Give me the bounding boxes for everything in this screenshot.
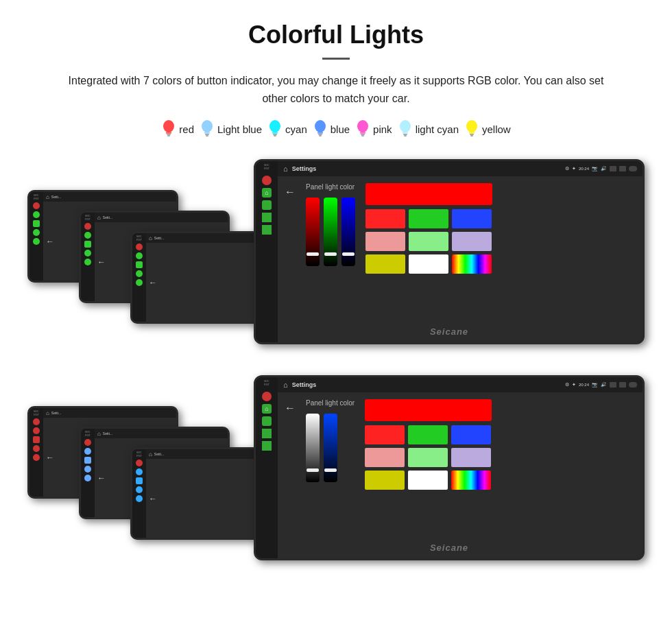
icon-vol-b1 [33, 445, 40, 452]
full-topbar-bottom: ⌂ Settings ⚙ ✦ 20:24 📷 🔊 [278, 377, 643, 392]
icon-back-b3 [136, 477, 143, 484]
icon-vol-down [33, 238, 40, 245]
icon-b2 [619, 382, 626, 388]
screens-section: M/CRST ⌂ Setti... ← [0, 159, 672, 595]
svg-point-20 [400, 120, 411, 132]
topbar-title-b2: Setti... [103, 431, 112, 436]
icon-home-b2 [84, 448, 91, 455]
sidebar-b1: M/CRST [29, 408, 43, 497]
topbar-time-top: 20:24 [579, 167, 589, 171]
icon-home-2 [84, 232, 91, 239]
icon-vol-down-2 [84, 259, 91, 265]
icon-power-b2 [84, 439, 91, 446]
icon-power-b3 [136, 460, 143, 466]
large-swatch-red-b [365, 399, 492, 421]
full-sidebar-top: M/CRST ⌂ [256, 161, 278, 342]
svg-rect-14 [318, 134, 322, 135]
icon-vol-up [33, 229, 40, 236]
svg-rect-10 [273, 134, 277, 135]
swatch-r3c3 [452, 254, 492, 274]
color-label-yellow: yellow [482, 123, 511, 135]
thumb-green-top [324, 252, 337, 256]
full-sidebar-bottom: M/CRST ⌂ [256, 377, 278, 558]
slider-group-bottom [306, 414, 355, 482]
icon-home-b1 [33, 427, 40, 434]
thumb-blue-top [342, 252, 355, 256]
swatch-br2c3 [451, 448, 491, 467]
svg-rect-5 [204, 132, 210, 134]
swatch-br3c2 [408, 471, 448, 490]
svg-point-4 [202, 120, 213, 132]
swatch-br3c3 [451, 471, 491, 490]
icon-3 [629, 166, 637, 171]
swatch-r1c2 [409, 209, 448, 228]
thumb-red-top [307, 252, 319, 256]
bulb-icon-cyan [267, 119, 283, 139]
swatch-r2c3 [452, 232, 492, 251]
icon-back-b2 [84, 457, 91, 464]
icon-vol-down-3 [136, 279, 143, 286]
icon-vol-b3 [136, 486, 143, 493]
swatch-r2c2 [409, 232, 448, 251]
topbar-s1: ⌂ Setti... [43, 192, 176, 202]
slider-white-bottom [306, 414, 320, 482]
color-grid-bottom [365, 399, 492, 490]
swatch-br1c2 [408, 425, 448, 444]
power-btn [262, 176, 272, 185]
large-swatch-red [365, 183, 492, 205]
svg-rect-27 [470, 135, 473, 136]
icon-back-3 [136, 261, 143, 268]
slider-green-top [324, 198, 337, 266]
topbar-s2: ⌂ Setti... [95, 213, 228, 222]
svg-point-24 [466, 120, 477, 132]
svg-rect-2 [167, 134, 171, 135]
back-btn-sidebar [262, 200, 272, 210]
icon-power-b1 [33, 418, 40, 425]
svg-point-12 [315, 120, 326, 132]
settings-title-top: Settings [292, 165, 317, 172]
swatch-r1c3 [452, 209, 492, 228]
main-device-bottom: M/CRST ⌂ ⌂ Settings [254, 375, 645, 560]
svg-rect-6 [205, 134, 209, 135]
swatch-br2c1 [365, 448, 405, 467]
sidebar-b3: M/CRST [132, 449, 146, 538]
full-topbar-top: ⌂ Settings ⚙ ✦ 20:24 📷 🔊 [278, 161, 643, 176]
icon-1 [610, 166, 616, 171]
vol-down-btn-b [262, 441, 272, 451]
slider-red-top [306, 198, 320, 266]
color-item-blue: blue [313, 119, 350, 139]
icon-power [33, 202, 40, 209]
topbar-title-s2: Setti... [103, 215, 112, 219]
home-btn: ⌂ [262, 188, 272, 198]
color-label-cyan: cyan [285, 123, 307, 135]
topbar-title-s3: Setti... [154, 236, 164, 240]
swatch-br3c1 [365, 471, 405, 490]
topbar-b1: ⌂ Setti... [43, 408, 176, 418]
sidebar-1: M/CRST [29, 192, 43, 281]
icon-vol-up-3 [136, 270, 143, 277]
slider-group-top [306, 198, 355, 266]
svg-rect-1 [166, 132, 171, 134]
swatch-br1c3 [451, 425, 491, 444]
panel-label-bottom: Panel light color [306, 399, 355, 407]
sidebar-2: M/CRST [81, 213, 95, 301]
swatch-r1c1 [365, 209, 405, 228]
color-label-red: red [179, 123, 194, 135]
topbar-title-s1: Setti... [51, 195, 61, 199]
main-device-top: M/CRST ⌂ ⌂ Settings [254, 159, 645, 344]
panel-content-top: Panel light color [306, 183, 636, 335]
topbar-title-b1: Setti... [51, 411, 61, 415]
back-btn-sidebar-b [262, 416, 272, 426]
power-btn-b [262, 392, 272, 401]
header-section: Colorful Lights Integrated with 7 colors… [0, 0, 672, 159]
svg-rect-17 [360, 132, 365, 134]
svg-rect-19 [361, 135, 364, 136]
description-text: Integrated with 7 colors of button indic… [55, 72, 617, 107]
color-item-lightcyan: light cyan [398, 119, 459, 139]
icon-home [33, 211, 40, 218]
swatch-r3c1 [365, 254, 405, 274]
color-label-blue: blue [331, 123, 350, 135]
topbar-b2: ⌂ Setti... [95, 429, 228, 438]
icon-back [33, 220, 40, 227]
thumb-blue-bottom [324, 468, 337, 472]
